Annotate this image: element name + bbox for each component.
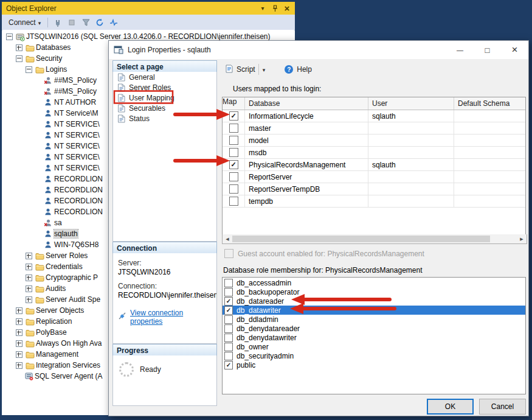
user-cell[interactable] [368,171,454,183]
script-button[interactable]: Script [222,63,258,76]
collapse-icon[interactable] [6,33,13,40]
close-icon[interactable] [501,41,528,59]
role-checkbox[interactable] [224,288,233,296]
scroll-right-icon[interactable] [517,236,526,243]
expand-icon[interactable] [16,318,22,325]
map-checkbox[interactable] [229,111,238,121]
map-checkbox[interactable] [229,197,238,206]
expand-icon[interactable] [26,285,32,292]
expand-icon[interactable] [16,340,22,347]
default-schema-cell[interactable] [454,195,525,207]
user-cell[interactable] [368,195,454,207]
role-item-db_datareader[interactable]: db_datareader [223,296,525,306]
login-icon [44,120,54,128]
user-cell[interactable]: sqlauth [368,110,454,122]
script-dropdown-icon[interactable] [258,64,269,75]
page-item-user-mapping[interactable]: User Mapping [113,93,216,103]
object-explorer-titlebar[interactable]: Object Explorer [2,2,295,15]
page-item-status[interactable]: Status [113,113,216,124]
collapse-icon[interactable] [26,66,32,73]
default-schema-cell[interactable] [454,159,525,170]
ok-button[interactable]: OK [427,399,474,415]
tree-item-label: RECORDLION [54,197,103,205]
expand-icon[interactable] [16,351,22,358]
map-checkbox[interactable] [229,184,238,194]
help-button[interactable]: Help [285,65,312,74]
map-checkbox[interactable] [229,148,238,157]
role-item-db_denydatareader[interactable]: db_denydatareader [223,324,525,333]
expand-icon[interactable] [26,253,32,259]
role-checkbox[interactable] [224,352,233,360]
default-schema-cell[interactable] [454,171,525,183]
user-cell[interactable] [368,147,454,158]
user-cell[interactable] [368,122,454,134]
connect-button[interactable]: Connect [5,17,44,28]
collapse-icon[interactable] [16,55,22,62]
no-expander [35,177,41,182]
role-checkbox[interactable] [224,306,233,315]
close-icon[interactable] [282,3,292,13]
window-menu-icon[interactable] [257,3,268,13]
map-checkbox[interactable] [229,160,238,169]
tree-item-label: NT Service\M [54,109,98,117]
view-connection-properties-link[interactable]: View connection properties [130,309,212,326]
expand-icon[interactable] [26,275,32,281]
default-schema-cell[interactable] [454,183,525,195]
role-checkbox[interactable] [224,361,233,369]
minimize-icon[interactable] [446,41,474,59]
role-item-db_denydatawriter[interactable]: db_denydatawriter [223,333,525,342]
refresh-icon[interactable] [94,16,106,29]
database-cell: tempdb [245,195,368,207]
disconnect-icon[interactable] [52,16,64,29]
folder-icon [35,285,46,293]
role-checkbox[interactable] [224,279,233,287]
user-cell[interactable]: sqlauth [368,159,454,170]
expand-icon[interactable] [16,362,22,369]
horizontal-scrollbar[interactable] [222,234,527,244]
login-icon [44,240,54,249]
expand-icon[interactable] [26,264,32,270]
expand-icon[interactable] [16,329,22,336]
stop-icon[interactable] [66,16,78,29]
pin-icon[interactable] [269,3,280,13]
role-item-db_securityadmin[interactable]: db_securityadmin [223,351,525,360]
map-checkbox[interactable] [229,172,238,181]
default-schema-cell[interactable] [454,147,525,158]
role-item-db_datawriter[interactable]: db_datawriter [223,306,525,315]
map-checkbox[interactable] [229,124,238,133]
user-cell[interactable] [368,183,454,195]
role-checkbox[interactable] [224,315,233,324]
default-schema-cell[interactable] [454,110,525,122]
user-cell[interactable] [368,135,454,146]
role-item-db_backupoperator[interactable]: db_backupoperator [223,287,525,296]
dialog-toolbar: Script Help [222,61,312,77]
role-item-public[interactable]: public [223,360,525,369]
page-item-securables[interactable]: Securables [113,103,216,113]
maximize-icon[interactable] [474,41,501,59]
default-schema-cell[interactable] [454,135,525,146]
activity-monitor-icon[interactable] [108,16,120,29]
page-icon [117,104,125,113]
role-item-db_owner[interactable]: db_owner [223,342,525,351]
map-checkbox[interactable] [229,136,238,145]
default-schema-cell[interactable] [454,122,525,134]
mapping-table-header: MapDatabaseUserDefault Schema [223,97,525,110]
users-mapped-label: Users mapped to this login: [233,85,321,93]
page-item-general[interactable]: General [113,72,216,82]
role-checkbox[interactable] [224,334,233,342]
role-checkbox[interactable] [224,343,233,351]
progress-body: Ready [112,355,217,406]
expand-icon[interactable] [16,307,22,314]
filter-icon[interactable] [80,16,92,29]
dialog-titlebar[interactable]: Login Properties - sqlauth [109,41,528,59]
scroll-left-icon[interactable] [223,236,232,243]
scrollbar-thumb[interactable] [232,236,490,242]
expand-icon[interactable] [16,44,22,51]
cancel-button[interactable]: Cancel [479,399,526,415]
role-checkbox[interactable] [224,297,233,306]
role-item-db_accessadmin[interactable]: db_accessadmin [223,278,525,287]
role-checkbox[interactable] [224,324,233,333]
expand-icon[interactable] [26,296,32,303]
role-item-db_ddladmin[interactable]: db_ddladmin [223,315,525,324]
page-item-server-roles[interactable]: Server Roles [113,82,216,93]
